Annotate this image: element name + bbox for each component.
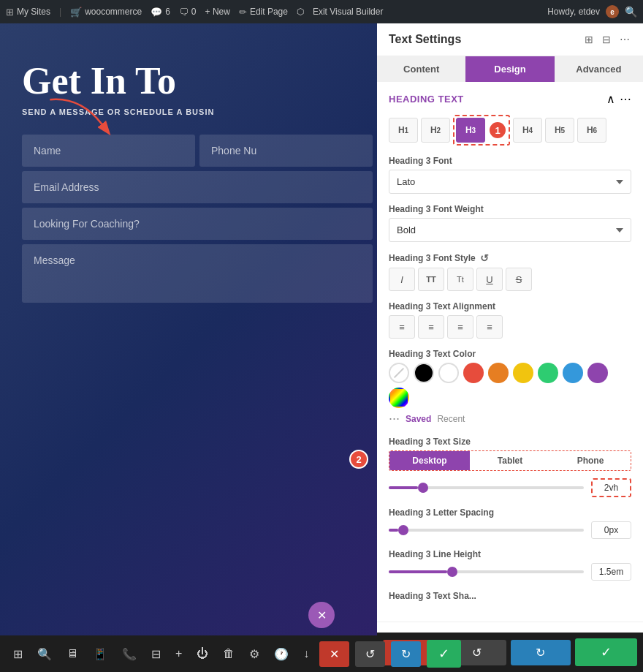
panel-redo-button[interactable]: ↻ [511, 640, 571, 665]
howdy-text: Howdy, etdev [547, 7, 600, 17]
heading-text-title: Heading Text [389, 94, 464, 105]
grid-icon[interactable]: ⊞ [9, 643, 27, 665]
saved-colors-link[interactable]: Saved [406, 414, 431, 424]
panel-content: Heading Text ∧ ⋯ H1 H2 H3 1 [377, 82, 643, 633]
heading3-font-row: Heading 3 Font Lato Arial Georgia [389, 156, 631, 194]
capitalize-button[interactable]: Tt [447, 268, 473, 291]
custom-color-swatch[interactable] [389, 388, 409, 408]
panel-tabs: Content Design Advanced [377, 56, 643, 82]
orange-swatch[interactable] [488, 363, 509, 383]
h1-button[interactable]: H1 [389, 118, 418, 143]
h4-button[interactable]: H4 [513, 118, 542, 143]
phone-field[interactable]: Phone Nu [199, 135, 373, 167]
redo-button[interactable]: ↻ [391, 641, 421, 667]
h5-button[interactable]: H5 [545, 118, 574, 143]
name-field[interactable]: Name [22, 135, 195, 167]
spacing-slider-value[interactable]: 0px [591, 521, 631, 539]
message-field[interactable]: Message [22, 244, 373, 303]
chat-count[interactable]: 🗨 0 [179, 7, 197, 18]
save-button[interactable]: ✓ [427, 640, 461, 668]
recent-colors-link[interactable]: Recent [437, 414, 465, 424]
blue-swatch[interactable] [563, 363, 583, 383]
yellow-swatch[interactable] [513, 363, 533, 383]
my-sites[interactable]: ⊞ My Sites [6, 7, 50, 18]
tab-content[interactable]: Content [377, 56, 465, 82]
panel-header: Text Settings ⊞ ⊟ ⋯ [377, 23, 643, 56]
red-swatch[interactable] [463, 363, 484, 383]
align-right-button[interactable]: ≡ [447, 315, 473, 339]
undo-button[interactable]: ↺ [355, 641, 385, 667]
phone-icon[interactable]: 📞 [118, 643, 141, 665]
columns-icon[interactable]: ⊟ [601, 32, 612, 47]
align-left-button[interactable]: ≡ [389, 315, 415, 339]
heading3-shadow-label: Heading 3 Text Sha... [389, 591, 631, 601]
new-button[interactable]: + New [205, 7, 230, 17]
size-slider-track[interactable] [389, 486, 584, 489]
spacing-slider-thumb[interactable] [398, 525, 408, 535]
heading3-weight-select[interactable]: Bold Normal Light [389, 218, 631, 242]
purple-swatch[interactable] [587, 363, 608, 383]
woocommerce-link[interactable]: 🛒 woocommerce [70, 7, 142, 18]
search-icon[interactable]: 🔍 [625, 6, 637, 18]
white-swatch[interactable] [438, 363, 459, 383]
tab-design[interactable]: Design [465, 56, 554, 82]
reset-style-icon[interactable]: ↺ [480, 252, 489, 264]
italic-button[interactable]: I [389, 268, 415, 291]
strikethrough-button[interactable]: S [506, 268, 532, 291]
cancel-button[interactable]: ✕ [319, 641, 349, 667]
h3-button[interactable]: H3 [456, 118, 485, 143]
add-icon[interactable]: + [171, 643, 186, 665]
phone-tab[interactable]: Phone [550, 451, 631, 470]
h6-button[interactable]: H6 [577, 118, 606, 143]
tablet-tab[interactable]: Tablet [470, 451, 550, 470]
close-page-button[interactable]: ✕ [308, 602, 335, 628]
align-center-button[interactable]: ≡ [418, 315, 444, 339]
color-row-labels: ··· Saved Recent [389, 411, 631, 426]
exit-builder[interactable]: Exit Visual Builder [313, 7, 384, 17]
lineheight-slider-value[interactable]: 1.5em [591, 563, 631, 581]
tab-advanced[interactable]: Advanced [555, 56, 643, 82]
heading-text-header: Heading Text ∧ ⋯ [389, 92, 631, 106]
spacing-slider-track[interactable] [389, 529, 584, 532]
h2-button[interactable]: H2 [421, 118, 450, 143]
layout-icon[interactable]: ⊟ [147, 643, 165, 665]
admin-right: Howdy, etdev e 🔍 [547, 5, 637, 18]
transparent-swatch[interactable] [389, 363, 409, 383]
heading3-style-row: Heading 3 Font Style ↺ I TT Tt U S [389, 252, 631, 291]
more-section-icon[interactable]: ⋯ [620, 92, 631, 106]
panel-save-button[interactable]: ✓ [575, 638, 638, 666]
trash-icon[interactable]: 🗑 [218, 643, 239, 665]
email-field[interactable]: Email Address [22, 171, 373, 203]
expand-icon[interactable]: ⊞ [583, 32, 595, 47]
size-slider-value[interactable]: 2vh [591, 478, 631, 497]
size-slider-thumb[interactable] [418, 483, 428, 493]
black-swatch[interactable] [414, 363, 434, 383]
comment-count[interactable]: 💬 6 [151, 7, 170, 18]
edit-page-link[interactable]: ✏ Edit Page [239, 7, 288, 18]
search-toolbar-icon[interactable]: 🔍 [33, 643, 56, 665]
green-swatch[interactable] [538, 363, 558, 383]
more-colors-dots[interactable]: ··· [389, 411, 400, 426]
heading-text-section: Heading Text ∧ ⋯ H1 H2 H3 1 [377, 82, 643, 622]
uppercase-button[interactable]: TT [418, 268, 444, 291]
power-icon[interactable]: ⏻ [192, 643, 213, 665]
heading3-spacing-row: Heading 3 Letter Spacing 0px [389, 507, 631, 539]
more-icon[interactable]: ⋯ [618, 32, 631, 47]
desktop-icon[interactable]: 🖥 [62, 643, 83, 665]
color-swatches [389, 363, 631, 408]
coaching-field[interactable]: Looking For Coaching? [22, 208, 373, 240]
tablet-icon[interactable]: 📱 [88, 643, 112, 665]
divi-logo: ⬡ [297, 7, 304, 17]
desktop-tab[interactable]: Desktop [389, 451, 470, 470]
settings-icon[interactable]: ⚙ [245, 643, 264, 665]
align-justify-button[interactable]: ≡ [476, 315, 503, 339]
lineheight-slider-track[interactable] [389, 570, 584, 573]
clock-icon[interactable]: 🕐 [270, 643, 293, 665]
heading3-font-select[interactable]: Lato Arial Georgia [389, 170, 631, 194]
underline-button[interactable]: U [476, 268, 503, 291]
lineheight-slider-thumb[interactable] [447, 567, 457, 577]
bubble-icon: 💬 [151, 7, 162, 18]
lineheight-slider-fill [389, 570, 447, 573]
collapse-icon[interactable]: ∧ [606, 92, 615, 106]
download-icon[interactable]: ↓ [299, 643, 313, 665]
